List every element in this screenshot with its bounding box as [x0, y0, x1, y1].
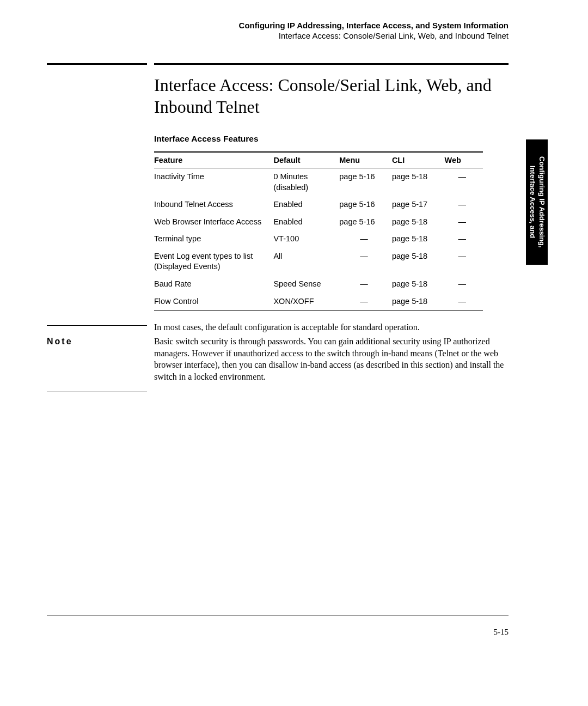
cell-cli: page 5-18: [392, 293, 445, 311]
th-web: Web: [445, 152, 483, 168]
cell-feature: Terminal type: [154, 230, 273, 248]
cell-feature: Baud Rate: [154, 276, 273, 293]
running-header: Configuring IP Addressing, Interface Acc…: [239, 21, 509, 40]
cell-feature: Inactivity Time: [154, 168, 273, 197]
cell-cli: page 5-18: [392, 168, 445, 197]
cell-default: VT-100: [273, 230, 339, 248]
cell-web: —: [445, 276, 483, 293]
cell-menu: page 5-16: [339, 214, 392, 231]
cell-web: —: [445, 248, 483, 276]
th-feature: Feature: [154, 152, 273, 168]
cell-default: 0 Minutes (disabled): [273, 168, 339, 197]
cell-web: —: [445, 168, 483, 197]
rule-long: [154, 63, 509, 65]
table-header-row: Feature Default Menu CLI Web: [154, 152, 483, 168]
cell-menu: page 5-16: [339, 168, 392, 197]
note-block: Note Basic switch security is through pa…: [47, 325, 509, 392]
table-row: Event Log event types to list (Displayed…: [154, 248, 483, 276]
header-section-title: Interface Access: Console/Serial Link, W…: [239, 31, 509, 40]
cell-cli: page 5-18: [392, 276, 445, 293]
cell-default: Speed Sense: [273, 276, 339, 293]
note-text: Basic switch security is through passwor…: [154, 336, 509, 382]
cell-web: —: [445, 196, 483, 214]
cell-default: All: [273, 248, 339, 276]
cell-default: Enabled: [273, 214, 339, 231]
main-content: Interface Access: Console/Serial Link, W…: [154, 74, 509, 333]
cell-menu: —: [339, 230, 392, 248]
th-cli: CLI: [392, 152, 445, 168]
table-row: Baud Rate Speed Sense — page 5-18 —: [154, 276, 483, 293]
cell-default: Enabled: [273, 196, 339, 214]
side-tab: Configuring IP Addressing, Interface Acc…: [526, 139, 548, 265]
cell-default: XON/XOFF: [273, 293, 339, 311]
note-rule-bottom: [47, 392, 147, 392]
header-chapter-title: Configuring IP Addressing, Interface Acc…: [239, 21, 509, 30]
table-row: Inbound Telnet Access Enabled page 5-16 …: [154, 196, 483, 214]
th-default: Default: [273, 152, 339, 168]
cell-cli: page 5-18: [392, 230, 445, 248]
cell-feature: Flow Control: [154, 293, 273, 311]
cell-web: —: [445, 293, 483, 311]
page-number: 5-15: [494, 628, 509, 637]
features-table: Feature Default Menu CLI Web Inactivity …: [154, 151, 483, 311]
cell-feature: Web Browser Interface Access: [154, 214, 273, 231]
cell-menu: —: [339, 248, 392, 276]
cell-menu: —: [339, 293, 392, 311]
table-row: Flow Control XON/XOFF — page 5-18 —: [154, 293, 483, 311]
table-row: Web Browser Interface Access Enabled pag…: [154, 214, 483, 231]
table-caption: Interface Access Features: [154, 134, 509, 144]
bottom-rule: [47, 616, 509, 616]
cell-web: —: [445, 214, 483, 231]
th-menu: Menu: [339, 152, 392, 168]
side-tab-text: Configuring IP Addressing, Interface Acc…: [528, 156, 546, 248]
rule-short: [47, 63, 147, 65]
cell-feature: Event Log event types to list (Displayed…: [154, 248, 273, 276]
section-heading: Interface Access: Console/Serial Link, W…: [154, 74, 509, 118]
cell-feature: Inbound Telnet Access: [154, 196, 273, 214]
table-row: Terminal type VT-100 — page 5-18 —: [154, 230, 483, 248]
cell-cli: page 5-18: [392, 214, 445, 231]
cell-web: —: [445, 230, 483, 248]
table-row: Inactivity Time 0 Minutes (disabled) pag…: [154, 168, 483, 197]
cell-cli: page 5-18: [392, 248, 445, 276]
note-label: Note: [47, 336, 154, 382]
note-rule-top: [47, 325, 147, 326]
cell-menu: —: [339, 276, 392, 293]
cell-menu: page 5-16: [339, 196, 392, 214]
cell-cli: page 5-17: [392, 196, 445, 214]
